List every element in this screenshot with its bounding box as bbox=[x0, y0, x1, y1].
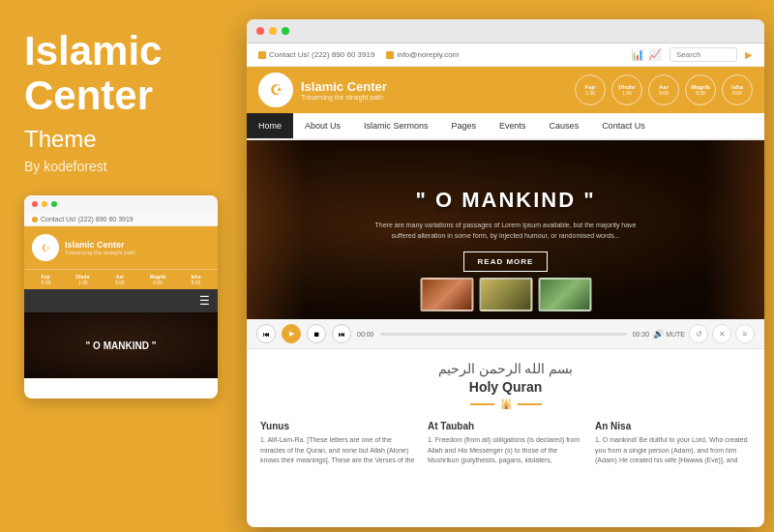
quran-divider: 🕌 bbox=[260, 399, 751, 409]
col-title-yunus: Yunus bbox=[260, 421, 416, 431]
mobile-header-sub: Traversing the straight path bbox=[65, 250, 135, 255]
mobile-header-text: Islamic Center Traversing the straight p… bbox=[65, 240, 135, 255]
hero-section: O MANKIND There are many variations of p… bbox=[247, 140, 764, 319]
mobile-header: ☪ Islamic Center Traversing the straight… bbox=[24, 226, 218, 269]
prayer-dhohr: Dhohr 1:34 bbox=[611, 74, 642, 105]
left-subtitle: Theme bbox=[24, 126, 216, 153]
player-progress-bar[interactable] bbox=[380, 333, 627, 336]
site-title: Islamic Center bbox=[301, 79, 387, 94]
site-logo: ☪ bbox=[258, 73, 293, 107]
player-right-controls: 00:30 🔊 MUTE ↺ ✕ ≡ bbox=[633, 324, 755, 343]
player-mute-area: 🔊 MUTE bbox=[653, 329, 685, 339]
left-panel: IslamicCenter Theme By kodeforest Contac… bbox=[0, 0, 240, 532]
nav-sermons[interactable]: Islamic Sermons bbox=[352, 113, 440, 138]
social-icon-1[interactable]: 📊 bbox=[631, 48, 644, 61]
player-next-button[interactable]: ⏭ bbox=[332, 324, 351, 343]
prayer-magrib: Magrib 6:39 bbox=[685, 74, 716, 105]
hero-content: O MANKIND There are many variations of p… bbox=[371, 188, 641, 272]
browser-dot-green[interactable] bbox=[282, 27, 289, 35]
content-col-taubah: At Taubah 1. Freedom (from all) obligati… bbox=[428, 421, 583, 466]
top-bar-contact: Contact Us! (222) 890 60 3919 bbox=[258, 50, 374, 59]
nav-about[interactable]: About Us bbox=[293, 113, 352, 138]
mobile-dot-green bbox=[51, 201, 57, 207]
mobile-dot-red bbox=[32, 201, 38, 207]
site-top-bar: Contact Us! (222) 890 60 3919 info@norep… bbox=[247, 44, 764, 67]
phone-icon bbox=[258, 51, 266, 59]
quran-title: Holy Quran bbox=[260, 379, 751, 395]
hero-thumb-1[interactable] bbox=[420, 278, 473, 311]
hero-quote: O MANKIND bbox=[371, 188, 641, 213]
email-icon bbox=[386, 51, 394, 59]
mobile-prayer-asr: Asr 5:06 bbox=[115, 274, 125, 285]
col-title-nisa: An Nisa bbox=[595, 421, 751, 431]
mobile-dot-yellow bbox=[42, 201, 47, 207]
quran-line-left bbox=[470, 403, 494, 405]
mute-label[interactable]: MUTE bbox=[666, 331, 685, 338]
hero-read-more-button[interactable]: READ MORE bbox=[463, 251, 549, 272]
nav-contact[interactable]: Contact Us bbox=[590, 113, 657, 138]
browser-dot-yellow[interactable] bbox=[269, 27, 277, 35]
content-area: بسم الله الرحمن الرحيم Holy Quran 🕌 Yunu… bbox=[247, 349, 764, 474]
top-bar-left: Contact Us! (222) 890 60 3919 info@norep… bbox=[258, 50, 459, 59]
content-col-nisa: An Nisa 1. O mankind! Be dutiful to your… bbox=[595, 421, 751, 466]
top-bar-email-area: info@noreply.com bbox=[386, 50, 459, 59]
nav-home[interactable]: Home bbox=[247, 113, 293, 138]
browser-chrome bbox=[247, 19, 764, 44]
mobile-prayer-row: Fajr 5:38 Dhuhr 1:35 Asr 5:06 Magrib 6:0… bbox=[24, 269, 218, 289]
hero-thumb-3[interactable] bbox=[538, 278, 591, 311]
mobile-prayer-isha: Isha 8:00 bbox=[191, 274, 200, 285]
browser-dot-red[interactable] bbox=[256, 27, 264, 35]
hamburger-icon[interactable]: ☰ bbox=[199, 294, 210, 308]
player-play-button[interactable]: ▶ bbox=[282, 324, 301, 343]
player-prev-button[interactable]: ⏮ bbox=[256, 324, 276, 343]
top-bar-right: 📊 📈 ▶ bbox=[631, 47, 753, 62]
left-by: By kodeforest bbox=[24, 159, 216, 174]
mobile-top-bar bbox=[24, 195, 218, 213]
audio-player: ⏮ ▶ ⏹ ⏭ 00:00 00:30 🔊 MUTE ↺ ✕ ≡ bbox=[247, 319, 764, 349]
player-time-end: 00:30 bbox=[633, 331, 650, 338]
mobile-contact-text: Contact Us! (222) 890 60 3919 bbox=[41, 216, 134, 222]
search-submit-icon[interactable]: ▶ bbox=[745, 49, 753, 60]
top-bar-email: info@noreply.com bbox=[397, 50, 459, 59]
volume-icon: 🔊 bbox=[653, 329, 664, 339]
site-header: ☪ Islamic Center Traversing the straight… bbox=[247, 67, 764, 113]
quran-icon: 🕌 bbox=[500, 399, 512, 409]
player-icon-btn-2[interactable]: ✕ bbox=[712, 324, 731, 343]
mobile-prayer-dhuhr: Dhuhr 1:35 bbox=[75, 274, 90, 285]
player-icon-btn-3[interactable]: ≡ bbox=[735, 324, 755, 343]
player-stop-button[interactable]: ⏹ bbox=[307, 324, 326, 343]
top-bar-phone: Contact Us! (222) 890 60 3919 bbox=[269, 50, 374, 59]
mobile-nav-bar: ☰ bbox=[24, 289, 218, 312]
hero-columns-right bbox=[706, 140, 764, 319]
site-logo-area: ☪ Islamic Center Traversing the straight… bbox=[258, 73, 387, 107]
player-time-start: 00:00 bbox=[357, 331, 374, 338]
col-text-nisa: 1. O mankind! Be dutiful to your Lord, W… bbox=[595, 435, 751, 466]
player-icon-btn-1[interactable]: ↺ bbox=[689, 324, 708, 343]
hero-columns-left bbox=[247, 140, 305, 319]
mobile-contact-bar: Contact Us! (222) 890 60 3919 bbox=[24, 213, 218, 226]
hero-thumbnails bbox=[420, 278, 591, 311]
nav-events[interactable]: Events bbox=[488, 113, 538, 138]
quran-header: بسم الله الرحمن الرحيم Holy Quran 🕌 bbox=[260, 361, 751, 409]
social-icon-2[interactable]: 📈 bbox=[648, 48, 662, 61]
content-columns: Yunus 1. Alif-Lam-Ra. [These letters are… bbox=[260, 421, 751, 466]
col-text-taubah: 1. Freedom (from all) obligations (is de… bbox=[428, 435, 583, 466]
quran-line-right bbox=[518, 403, 542, 405]
col-title-taubah: At Taubah bbox=[428, 421, 583, 431]
search-input[interactable] bbox=[670, 47, 737, 62]
nav-causes[interactable]: Causes bbox=[538, 113, 591, 138]
mobile-header-title: Islamic Center bbox=[65, 240, 135, 250]
mobile-hero: " O MANKIND " bbox=[24, 312, 218, 378]
social-icons: 📊 📈 bbox=[631, 48, 662, 61]
prayer-isha: Isha 8:00 bbox=[722, 74, 753, 105]
prayer-times: Fajr 1:30 Dhohr 1:34 Asr 5:00 Magrib 6:3… bbox=[575, 74, 753, 105]
quran-arabic: بسم الله الرحمن الرحيم bbox=[260, 361, 751, 376]
mobile-hero-quote: " O MANKIND " bbox=[86, 340, 157, 351]
nav-pages[interactable]: Pages bbox=[440, 113, 489, 138]
hero-description: There are many variations of passages of… bbox=[371, 221, 641, 241]
prayer-fajr: Fajr 1:30 bbox=[575, 74, 606, 105]
browser-window: Contact Us! (222) 890 60 3919 info@norep… bbox=[247, 19, 764, 527]
hero-thumb-2[interactable] bbox=[479, 278, 532, 311]
col-text-yunus: 1. Alif-Lam-Ra. [These letters are one o… bbox=[260, 435, 416, 466]
mobile-prayer-magrib: Magrib 6:00 bbox=[150, 274, 165, 285]
